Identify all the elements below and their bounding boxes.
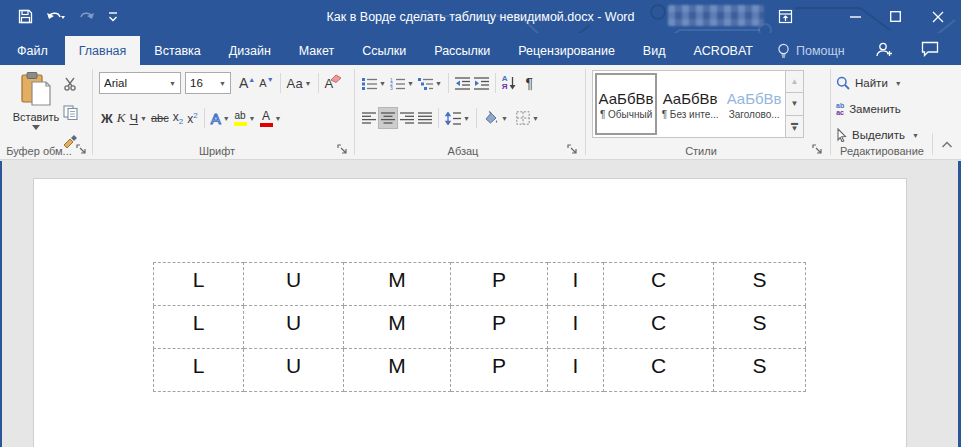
table-cell[interactable]: S [714, 263, 806, 306]
document-page[interactable]: LUMPICSLUMPICSLUMPICS [33, 178, 907, 447]
table-cell[interactable]: L [154, 306, 244, 349]
table-cell[interactable]: P [451, 263, 548, 306]
font-size-combobox[interactable]: 16 ▼ [185, 72, 231, 94]
table-cell[interactable]: U [244, 306, 344, 349]
subscript-button[interactable]: x2 [171, 107, 185, 129]
increase-indent-button[interactable] [472, 72, 491, 94]
tab-mailings[interactable]: Рассылки [420, 36, 504, 65]
tabrow-right-icons [875, 33, 961, 65]
numbering-button[interactable]: 123 ▼ [388, 72, 416, 94]
find-button[interactable]: Найти ▼ [836, 71, 902, 95]
styles-more-button[interactable]: ▬▼ [786, 116, 803, 137]
replace-icon: abac [836, 102, 844, 116]
grow-font-button[interactable]: А▲ [237, 72, 257, 94]
clipboard-dialog-launcher[interactable] [76, 144, 88, 156]
align-right-button[interactable] [398, 107, 416, 129]
chevron-down-icon: ▼ [407, 80, 414, 87]
table-cell[interactable]: S [714, 306, 806, 349]
style-name: ¶ Без инте... [662, 109, 719, 120]
borders-button[interactable]: ▼ [514, 107, 541, 129]
font-group-label: Шрифт [95, 145, 339, 157]
bold-button[interactable]: Ж [99, 107, 115, 129]
tab-view[interactable]: Вид [629, 36, 680, 65]
italic-button[interactable]: К [115, 107, 128, 129]
paragraph-dialog-launcher[interactable] [567, 144, 579, 156]
shading-button[interactable]: ▼ [481, 107, 510, 129]
tell-me-assistant[interactable]: Помощн [767, 36, 855, 65]
minimize-button[interactable] [835, 0, 875, 33]
table-cell[interactable]: I [548, 306, 604, 349]
table-cell[interactable]: L [154, 263, 244, 306]
tab-home[interactable]: Главная [65, 36, 141, 65]
ribbon-display-options-button[interactable] [763, 0, 807, 33]
comments-icon[interactable] [921, 41, 939, 57]
undo-button[interactable] [46, 10, 66, 24]
justify-button[interactable] [416, 107, 434, 129]
table-cell[interactable]: I [548, 263, 604, 306]
tab-review[interactable]: Рецензирование [504, 36, 629, 65]
multilevel-list-button[interactable]: ▼ [416, 72, 444, 94]
maximize-button[interactable] [875, 0, 915, 33]
align-left-button[interactable] [360, 107, 378, 129]
style-name: Заголово... [729, 109, 780, 120]
style-heading[interactable]: АаБбВв Заголово... [723, 73, 785, 135]
font-size-value: 16 [190, 77, 203, 89]
shrink-font-button[interactable]: А▼ [257, 72, 275, 94]
font-name-value: Arial [104, 77, 127, 89]
underline-button[interactable]: Ч▼ [127, 107, 149, 129]
clear-formatting-button[interactable]: А [323, 72, 345, 94]
align-center-button[interactable] [378, 107, 398, 129]
redo-button[interactable] [79, 10, 95, 24]
tab-acrobat[interactable]: ACROBAT [679, 36, 767, 65]
text-effects-button[interactable]: А ▼ [209, 107, 232, 129]
close-button[interactable] [915, 0, 961, 33]
table-cell[interactable]: C [604, 306, 714, 349]
table-cell[interactable]: U [244, 263, 344, 306]
table-cell[interactable]: M [344, 306, 451, 349]
chevron-down-icon: ▼ [305, 80, 312, 87]
replace-button[interactable]: abac Заменить [836, 97, 901, 121]
share-person-icon[interactable] [875, 41, 893, 58]
table-cell[interactable]: L [154, 349, 244, 392]
table-cell[interactable]: M [344, 263, 451, 306]
select-button[interactable]: Выделить ▼ [836, 123, 919, 147]
table-cell[interactable]: C [604, 263, 714, 306]
customize-qat-button[interactable] [108, 11, 118, 23]
table-cell[interactable]: U [244, 349, 344, 392]
tab-references[interactable]: Ссылки [348, 36, 420, 65]
line-spacing-button[interactable]: ▼ [443, 107, 472, 129]
cut-button[interactable] [61, 73, 80, 95]
table-cell[interactable]: I [548, 349, 604, 392]
paste-button[interactable]: Вставить [13, 71, 59, 145]
superscript-button[interactable]: x2 [185, 107, 199, 129]
styles-scroll-down-button[interactable]: ▼ [786, 93, 803, 115]
tab-layout[interactable]: Макет [285, 36, 348, 65]
tab-design[interactable]: Дизайн [215, 36, 285, 65]
table-cell[interactable]: P [451, 306, 548, 349]
tab-file[interactable]: Файл [0, 36, 65, 65]
show-paragraph-marks-button[interactable]: ¶ [524, 72, 536, 94]
table-cell[interactable]: M [344, 349, 451, 392]
sort-button[interactable]: А Я [500, 72, 518, 94]
save-button[interactable] [18, 9, 33, 24]
change-case-button[interactable]: Аа▼ [285, 72, 314, 94]
decrease-indent-button[interactable] [453, 72, 472, 94]
font-color-button[interactable]: А ▼ [258, 107, 284, 129]
highlight-color-button[interactable]: ab ▼ [232, 107, 258, 129]
strikethrough-button[interactable]: abc [149, 107, 171, 129]
table-cell[interactable]: C [604, 349, 714, 392]
collapse-ribbon-button[interactable] [939, 133, 955, 155]
style-normal[interactable]: АаБбВв ¶ Обычный [595, 73, 657, 135]
table-cell[interactable]: S [714, 349, 806, 392]
styles-dialog-launcher[interactable] [812, 144, 824, 156]
table-cell[interactable]: P [451, 349, 548, 392]
quick-access-toolbar [18, 0, 118, 33]
bullets-button[interactable]: ▼ [360, 72, 388, 94]
style-no-spacing[interactable]: АаБбВв ¶ Без инте... [659, 73, 721, 135]
tab-insert[interactable]: Вставка [140, 36, 214, 65]
copy-button[interactable] [61, 101, 80, 123]
font-name-combobox[interactable]: Arial ▼ [99, 72, 181, 94]
font-dialog-launcher[interactable] [337, 144, 349, 156]
styles-scroll-up-button[interactable]: ▲ [786, 71, 803, 93]
clipboard-group-label: Буфер обм... [0, 145, 78, 157]
